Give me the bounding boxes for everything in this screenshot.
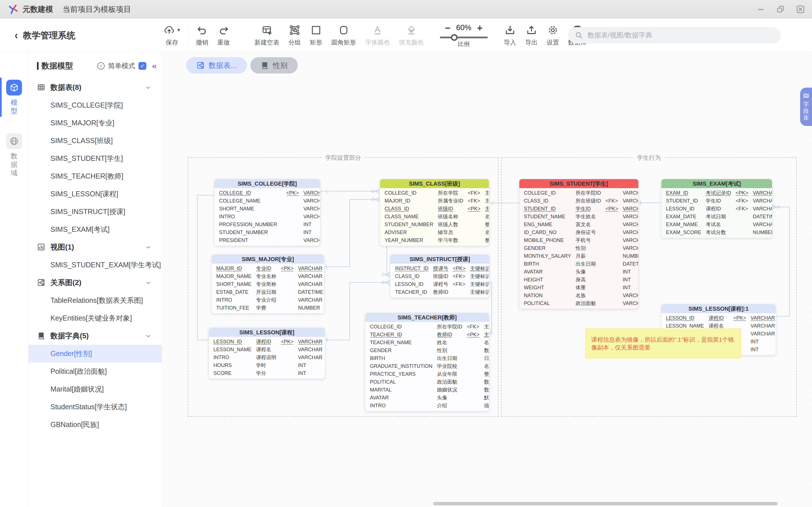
field-row[interactable]: STUDENT_ID学生ID<FK>VARCHAR32 [661, 197, 772, 205]
collapse-panel-icon[interactable]: « [152, 61, 157, 71]
rail-item-model[interactable]: 模型 [0, 80, 28, 115]
undo-button[interactable]: 撤销 [192, 24, 213, 47]
export-button[interactable]: 导出 [521, 24, 542, 47]
restore-icon[interactable] [776, 5, 785, 13]
canvas-tab-1[interactable]: 性别 [250, 57, 298, 73]
font-color-button[interactable]: 字体颜色 [361, 24, 395, 47]
entity-class[interactable]: SIMS_CLASS[班级]COLLEGE_ID所在学院<FK>主键标识MAJO… [380, 179, 489, 246]
rounded-rectangle-button[interactable]: 圆角矩形 [327, 24, 361, 47]
new-empty-table-button[interactable]: 新建空表 [250, 24, 284, 47]
sidebar-section-2[interactable]: 关系图(2) [29, 274, 162, 291]
field-row[interactable]: HEIGHT身高INT [519, 276, 639, 284]
field-row[interactable]: LESSON_ID课程号<FK>主键标识 [391, 280, 490, 288]
entity-teacher[interactable]: SIMS_TEACHER[教师]COLLEGE_ID所在学院ID<FK>主键标识… [365, 313, 489, 411]
sidebar-item[interactable]: Gender[性别] [29, 345, 162, 362]
chevron-down-icon[interactable] [145, 84, 152, 91]
sidebar-section-1[interactable]: 视图(1) [29, 238, 162, 256]
field-row[interactable]: SHORT_NAMEVARCHAR90 [214, 205, 320, 213]
field-row[interactable]: STUDENT_ID学生ID<PK>VARCHAR32 [519, 205, 639, 213]
field-row[interactable]: MAJOR_NAME专业名称VARCHAR90 [212, 272, 324, 280]
canvas-tab-0[interactable]: 数据表... [186, 57, 247, 73]
chevron-down-icon[interactable] [145, 333, 152, 339]
search-box[interactable] [568, 27, 781, 43]
field-row[interactable]: EXAM_ID考试记录ID<PK>VARCHAR32 [661, 189, 772, 197]
chevron-down-icon[interactable] [145, 244, 152, 251]
field-row[interactable]: MAJOR_ID专业ID<PK>VARCHAR32 [212, 265, 324, 272]
settings-button[interactable]: 设置 [542, 24, 564, 47]
field-row[interactable]: CLASS_ID班级ID<PK>主键标识 [380, 205, 489, 213]
field-row[interactable]: CLASS_ID所在班级ID<FK>VARCHAR32 [519, 197, 639, 205]
field-row[interactable]: COLLEGE_ID所在学院<FK>主键标识 [380, 189, 489, 197]
field-row[interactable]: EXAM_SCORE考试分数NUMBER32 [661, 228, 772, 236]
info-icon[interactable]: i [97, 62, 105, 69]
field-row[interactable]: POLITICAL政治面貌VARCHAR32 [519, 299, 639, 307]
field-row[interactable]: LESSON_ID课程ID<FK>VARCHAR32 [661, 205, 772, 213]
entity-student[interactable]: SIMS_STUDENT[学生]COLLEGE_ID所在学院IDVARCHAR3… [519, 179, 639, 309]
group-button[interactable]: 分组 [284, 24, 305, 47]
entity-college[interactable]: SIMS_COLLEGE[学院]COLLEGE_ID<PK>VARCHAR32C… [214, 179, 320, 246]
chevron-down-icon[interactable] [145, 279, 152, 286]
redo-button[interactable]: 重做 [213, 24, 234, 47]
sidebar-item[interactable]: SIMS_STUDENT[学生] [29, 150, 162, 167]
sidebar-item[interactable]: Political[政治面貌] [29, 362, 162, 380]
field-row[interactable]: GENDER性别VARCHAR32 [519, 244, 639, 252]
field-library-tab[interactable]: 字段库 [800, 88, 812, 126]
sidebar-item[interactable]: SMIS_STUDENT_EXAM[学生考试] [29, 256, 162, 274]
field-row[interactable]: TEACHER_ID教师ID主键标识 [391, 288, 490, 296]
field-row[interactable]: WEIGHT体重INT [519, 284, 639, 291]
field-row[interactable]: NATION名族VARCHAR32 [519, 291, 639, 299]
field-row[interactable]: YEAR_NUMBER学习年数整数 [380, 236, 489, 244]
field-row[interactable]: POLITICAL政治面貌数据字典 [365, 378, 489, 386]
field-row[interactable]: TUITION_FEE学费NUMBER32 [212, 304, 324, 312]
field-row[interactable]: EXAM_NAME考试名VARCHAR90 [661, 221, 772, 228]
mirror-note[interactable]: 课程信息表为镜像，所以后面的":1"标识，是指第1个镜像副本，仅关系图需要 [585, 328, 741, 358]
field-row[interactable]: INTRO课程说明VARCHAR900 [209, 353, 325, 361]
search-input[interactable] [588, 31, 774, 39]
zoom-out-button[interactable]: − [445, 23, 451, 33]
field-row[interactable]: INTRO介绍描述文本 [365, 402, 489, 409]
rectangle-button[interactable]: 矩形 [305, 24, 327, 47]
fill-color-button[interactable]: 填充颜色 [395, 24, 428, 47]
field-row[interactable]: AVATAR头像INT [519, 268, 639, 276]
simple-mode-checkbox[interactable]: ✓ [139, 62, 146, 70]
sidebar-item[interactable]: TableRelations[数据表关系图] [29, 291, 162, 309]
field-row[interactable]: PROFESSION_NUMBERINT [214, 221, 320, 228]
field-row[interactable]: COLLEGE_ID所在学院IDVARCHAR32 [519, 189, 639, 197]
back-button[interactable]: ‹ 教学管理系统 [15, 18, 75, 52]
field-row[interactable]: ESTAB_DATE开设日期DATETIME [212, 288, 324, 296]
field-row[interactable]: ENG_NAME英文名VARCHAR90 [519, 221, 639, 228]
field-row[interactable]: COLLEGE_ID所在学院ID<FK>主键标识 [365, 323, 489, 331]
sidebar-item[interactable]: SIMS_CLASS[班级] [29, 132, 162, 150]
rail-item-data-domain[interactable]: 数据域 [0, 133, 28, 177]
horizontal-scrollbar[interactable] [433, 502, 777, 505]
sidebar-section-0[interactable]: 数据表(8) [29, 78, 162, 96]
minimize-icon[interactable] [757, 5, 765, 13]
field-row[interactable]: MONTHLY_SALARY月薪NUMBER32 [519, 252, 639, 260]
field-row[interactable]: BIRTH出生日期DATETIME [519, 260, 639, 268]
field-row[interactable]: ID_CARD_NO身份证号VARCHAR60 [519, 228, 639, 236]
field-row[interactable]: STUDENT_NUMBER班级人数整数 [380, 221, 489, 228]
entity-exam[interactable]: SIMS_EXAM[考试]EXAM_ID考试记录ID<PK>VARCHAR32S… [661, 179, 772, 238]
sidebar-item[interactable]: SIMS_EXAM[考试] [29, 221, 162, 238]
field-row[interactable]: STUDENT_NAME学生姓名VARCHAR90 [519, 213, 639, 221]
field-row[interactable]: LESSON_ID课程ID<PK>VARCHAR32 [209, 338, 325, 346]
sidebar-item[interactable]: StudentStatus[学生状态] [29, 398, 162, 416]
entity-instruct[interactable]: SIMS_INSTRUCT[授课]INSTRUCT_ID授课号<PK>主键标识C… [390, 255, 490, 298]
entity-major[interactable]: SIMS_MAJOR[专业]MAJOR_ID专业ID<PK>VARCHAR32M… [211, 255, 324, 314]
field-row[interactable]: MARITAL婚姻状况数据字典 [365, 386, 489, 394]
field-row[interactable]: SCORE学分INT [209, 369, 325, 377]
field-row[interactable]: COLLEGE_NAMEVARCHAR90 [214, 197, 320, 205]
sidebar-item[interactable]: SIMS_MAJOR[专业] [29, 114, 162, 132]
field-row[interactable]: PRESIDENTVARCHAR90 [214, 236, 320, 244]
field-row[interactable]: SHORT_NAME专业简称VARCHAR90 [212, 280, 324, 288]
field-row[interactable]: HOURS学时INT [209, 361, 325, 369]
field-row[interactable]: ADVISER辅导员名称 [380, 228, 489, 236]
field-row[interactable]: TEACHER_ID教师ID<PK>主键标识 [365, 331, 489, 339]
diagram-canvas[interactable]: 数据表...性别 学院设置部分学生行为 SIMS_COLLEGE[学院]COLL… [162, 52, 812, 507]
field-row[interactable]: PRACTICE_YEARS从业年限整数 [365, 370, 489, 378]
field-row[interactable]: CLASS_ID班级ID<FK>主键标识 [391, 272, 490, 280]
field-row[interactable]: TEACHER_NAME姓名名称 [365, 339, 489, 346]
field-row[interactable]: BIRTH出生日期日期时间 [365, 354, 489, 362]
save-button[interactable]: ▼ 保存 [158, 24, 186, 47]
save-dropdown-caret-icon[interactable]: ▼ [176, 27, 181, 33]
